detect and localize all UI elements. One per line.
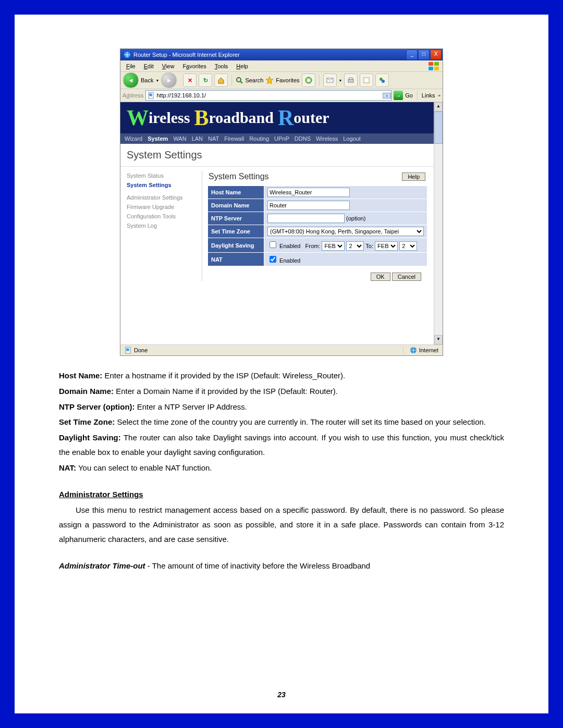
svg-point-15 [126, 348, 129, 351]
nav-wizard[interactable]: Wizard [125, 135, 142, 142]
scroll-thumb[interactable] [434, 112, 443, 144]
svg-point-13 [149, 93, 152, 96]
window-title: Router Setup - Microsoft Internet Explor… [133, 52, 240, 58]
back-chevron-icon[interactable]: ▼ [155, 79, 159, 82]
nav-lan[interactable]: LAN [192, 135, 203, 142]
ok-button[interactable]: OK [371, 273, 390, 281]
minimize-button[interactable]: _ [406, 50, 418, 60]
document-body: Host Name: Enter a hostname if it provid… [59, 368, 504, 573]
timezone-select[interactable]: (GMT+08:00) Hong Kong, Perth, Singapore,… [267, 227, 424, 236]
banner-b: B [194, 105, 209, 130]
menu-favorites[interactable]: Favorites [179, 62, 210, 70]
favorites-label[interactable]: Favorites [276, 77, 299, 83]
search-label[interactable]: Search [245, 77, 263, 83]
svg-point-5 [307, 79, 310, 82]
page-icon [148, 92, 155, 99]
doc-admin-p: Use this menu to restrict management acc… [59, 503, 504, 546]
messenger-button[interactable] [375, 73, 389, 87]
go-button[interactable]: → [394, 91, 403, 100]
timezone-label: Set Time Zone [208, 225, 264, 238]
edit-button[interactable] [360, 73, 373, 87]
daylight-to-day[interactable]: 2 [399, 241, 417, 251]
daylight-label: Daylight Saving [208, 238, 264, 253]
ntp-input[interactable] [267, 214, 345, 223]
close-button[interactable]: X [430, 50, 442, 60]
toolbar: ◄ Back ▼ ► ✕ ↻ Search Favorites ▼ [120, 72, 443, 89]
menu-help[interactable]: Help [232, 62, 252, 70]
vertical-scrollbar[interactable]: ▲ ▼ [434, 102, 443, 344]
doc-nat-b: NAT: [59, 463, 76, 472]
back-label: Back [141, 77, 153, 83]
menu-view[interactable]: View [158, 62, 178, 70]
nav-nat[interactable]: NAT [208, 135, 219, 142]
banner-w: W [127, 105, 149, 130]
scroll-down-icon[interactable]: ▼ [434, 335, 443, 344]
sidenav-config[interactable]: Configuration Tools [127, 212, 200, 221]
links-label[interactable]: Links [422, 92, 435, 98]
menu-file[interactable]: File [123, 62, 139, 70]
nav-ddns[interactable]: DDNS [295, 135, 311, 142]
nav-wan[interactable]: WAN [173, 135, 186, 142]
hostname-input[interactable] [267, 188, 350, 197]
nav-system[interactable]: System [148, 135, 168, 142]
sidenav-log[interactable]: System Log [127, 221, 200, 230]
links-chevron-icon[interactable]: » [438, 93, 440, 98]
daylight-from-month[interactable]: FEB [322, 241, 345, 251]
doc-ds-t: The router can also take Daylight saving… [59, 433, 504, 456]
statusbar: Done Internet [120, 344, 443, 355]
mail-chevron-icon[interactable]: ▼ [339, 79, 342, 82]
sidenav-settings[interactable]: System Settings [127, 180, 200, 193]
daylight-from-day[interactable]: 2 [346, 241, 364, 251]
sidenav-firmware[interactable]: Firmware Upgrade [127, 202, 200, 212]
settings-table: Host Name Domain Name NTP Server [207, 186, 427, 266]
back-button[interactable]: ◄ [123, 72, 139, 88]
doc-hostname-t: Enter a hostname if it provided by the I… [102, 371, 345, 380]
status-zone: Internet [419, 347, 438, 353]
svg-point-1 [237, 78, 241, 82]
sidenav-admin[interactable]: Administrator Settings [127, 193, 200, 202]
go-label: Go [405, 92, 413, 98]
status-done: Done [134, 347, 148, 353]
daylight-to-month[interactable]: FEB [375, 241, 398, 251]
windows-flag-icon [428, 61, 440, 71]
doc-timeout-b: Administrator Time-out [59, 561, 145, 570]
nat-label: NAT [208, 253, 264, 266]
menu-edit[interactable]: Edit [140, 62, 157, 70]
menu-tools[interactable]: Tools [211, 62, 232, 70]
address-input[interactable]: http://192.168.10.1/ v [145, 90, 391, 101]
done-icon [125, 347, 132, 354]
page-number: 23 [15, 690, 548, 699]
nav-wireless[interactable]: Wireless [316, 135, 338, 142]
svg-point-11 [382, 80, 385, 83]
daylight-enabled-text: Enabled [279, 243, 300, 249]
daylight-enabled-checkbox[interactable] [270, 241, 276, 248]
forward-button[interactable]: ► [161, 72, 177, 88]
nat-enabled-text: Enabled [279, 257, 300, 264]
cancel-button[interactable]: Cancel [392, 273, 421, 281]
panel-title: System Settings [209, 172, 269, 181]
nav-upnp[interactable]: UPnP [274, 135, 289, 142]
sidenav-status[interactable]: System Status [127, 171, 200, 180]
refresh-button[interactable]: ↻ [199, 73, 212, 87]
doc-hostname-b: Host Name: [59, 371, 102, 380]
scroll-up-icon[interactable]: ▲ [434, 102, 443, 112]
stop-button[interactable]: ✕ [183, 73, 197, 87]
help-button[interactable]: Help [402, 172, 425, 181]
top-nav: Wizard System WAN LAN NAT Firewall Routi… [120, 133, 434, 144]
banner: Wireless Broadband Router [120, 102, 434, 133]
page-title: System Settings [120, 144, 434, 167]
history-button[interactable] [302, 73, 315, 87]
print-button[interactable] [344, 73, 358, 87]
nat-enabled-checkbox[interactable] [270, 256, 276, 263]
svg-rect-8 [349, 78, 352, 79]
domain-input[interactable] [267, 201, 350, 210]
maximize-button[interactable]: □ [418, 50, 430, 60]
address-dropdown-icon[interactable]: v [383, 93, 391, 98]
nav-logout[interactable]: Logout [343, 135, 361, 142]
home-button[interactable] [214, 73, 228, 87]
nav-firewall[interactable]: Firewall [224, 135, 244, 142]
ntp-option-text: (option) [346, 215, 365, 221]
nav-routing[interactable]: Routing [249, 135, 269, 142]
mail-button[interactable] [323, 73, 337, 87]
ie-icon [124, 51, 131, 58]
